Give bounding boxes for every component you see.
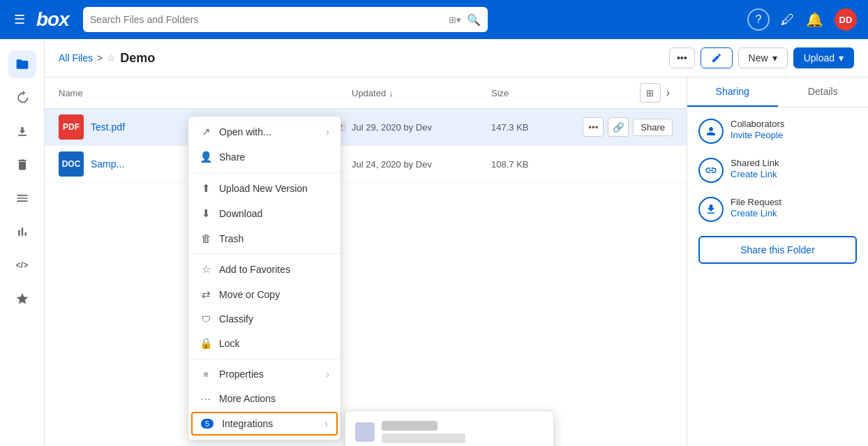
right-panel: Sharing Details Collaborators Invite Peo… [687, 77, 868, 446]
breadcrumb: All Files > ☆ Demo [59, 51, 155, 66]
shared-link-icon [698, 158, 724, 183]
open-with-icon: ↗ [200, 126, 212, 138]
new-arrow-icon: ▾ [772, 52, 777, 64]
search-bar[interactable]: ⊞▾ 🔍 [83, 7, 488, 32]
sidebar-item-downloads[interactable] [8, 117, 36, 145]
more-actions-icon: ··· [200, 392, 212, 404]
tab-details[interactable]: Details [778, 77, 869, 107]
sidebar-item-trash[interactable] [8, 151, 36, 179]
file-share-button[interactable]: Share [633, 119, 673, 136]
ctx-move-label: Move or Copy [219, 289, 280, 300]
ctx-classify[interactable]: 🛡 Classify [188, 307, 341, 331]
sort-arrow-icon: ↓ [389, 88, 394, 98]
breadcrumb-star[interactable]: ☆ [107, 52, 116, 64]
ctx-download-label: Download [219, 208, 262, 219]
blur-text-1a [382, 421, 437, 431]
trash-icon: 🗑 [200, 232, 212, 244]
search-input[interactable] [90, 14, 449, 25]
lock-icon: 🔒 [200, 337, 212, 350]
main-area: All Files > ☆ Demo ••• New ▾ Upload ▾ [45, 39, 868, 446]
ctx-more-actions[interactable]: ··· More Actions [188, 386, 341, 410]
ctx-classify-label: Classify [219, 313, 253, 325]
ctx-download[interactable]: ⬇ Download [188, 201, 341, 226]
collaborators-title: Collaborators [731, 119, 857, 129]
integrations-arrow-icon: › [324, 418, 328, 429]
ctx-properties-label: Properties [219, 369, 264, 380]
collaborators-text: Collaborators Invite People [731, 119, 857, 140]
submenu-icon-1 [355, 422, 375, 442]
ctx-add-to-favorites[interactable]: ☆ Add to Favorites [188, 257, 341, 282]
file-size: 108.7 KB [491, 159, 561, 170]
sidebar-item-dev[interactable]: </> [8, 251, 36, 279]
sidebar-item-tasks[interactable] [8, 184, 36, 212]
tasks-icon[interactable]: 🖊 [781, 12, 795, 28]
new-button[interactable]: New ▾ [738, 47, 788, 68]
file-request-text: File Request Create Link [731, 197, 857, 218]
ctx-open-with-label: Open with... [219, 126, 271, 137]
breadcrumb-all-files[interactable]: All Files [59, 52, 93, 64]
ctx-trash-label: Trash [219, 233, 244, 244]
file-updated: Jul 29, 2020 by Dev [352, 122, 491, 133]
file-row[interactable]: DOC Samp... Jul 24, 2020 by Dev 108.7 KB [45, 146, 687, 183]
avatar[interactable]: DD [835, 8, 857, 31]
shared-link-text: Shared Link Create Link [731, 158, 857, 179]
column-name: Name [59, 88, 352, 98]
help-icon[interactable]: ? [747, 8, 770, 31]
grid-view-button[interactable]: ⊞ [640, 83, 661, 103]
file-link-button[interactable]: 🔗 [608, 117, 629, 137]
favorites-icon: ☆ [200, 263, 212, 276]
header: ☰ box ⊞▾ 🔍 ? 🖊 🔔 DD [0, 0, 868, 39]
share-folder-button[interactable]: Share this Folder [698, 236, 857, 264]
panel-tabs: Sharing Details [687, 77, 868, 107]
file-icon-pdf: PDF [59, 114, 84, 140]
submenu-blur-item-1 [345, 414, 553, 446]
menu-icon[interactable]: ☰ [11, 9, 28, 30]
download-icon: ⬇ [200, 207, 212, 220]
create-file-request-link[interactable]: Create Link [731, 208, 777, 218]
ctx-upload-new-version[interactable]: ⬆ Upload New Version [188, 176, 341, 201]
file-row[interactable]: PDF Test.pdf v2 Jul 29, 2020 by Dev 147.… [45, 109, 687, 146]
file-row-actions: ••• 🔗 Share [561, 117, 673, 137]
sidebar-item-files[interactable] [8, 50, 36, 78]
ctx-lock-label: Lock [219, 338, 240, 349]
ctx-upload-label: Upload New Version [219, 183, 308, 194]
ctx-favorites-label: Add to Favorites [219, 264, 290, 275]
ctx-more-actions-label: More Actions [219, 393, 276, 404]
file-list-header: Name Updated ↓ Size ⊞ › [45, 77, 687, 109]
breadcrumb-separator: > [97, 52, 103, 64]
ctx-share[interactable]: 👤 Share [188, 144, 341, 170]
ctx-lock[interactable]: 🔒 Lock [188, 331, 341, 356]
file-more-button[interactable]: ••• [583, 117, 604, 137]
ctx-share-label: Share [219, 151, 245, 163]
column-view-toggle: ⊞ › [561, 83, 673, 103]
breadcrumb-current: Demo [120, 51, 155, 66]
file-list: Name Updated ↓ Size ⊞ › PDF [45, 77, 687, 446]
create-shared-link[interactable]: Create Link [731, 169, 777, 179]
view-toggle: ⊞ › [640, 83, 673, 103]
ctx-integrations[interactable]: 5 Integrations › [191, 412, 338, 436]
sidebar-item-recents[interactable] [8, 84, 36, 112]
tab-sharing[interactable]: Sharing [687, 77, 778, 107]
layout: </> All Files > ☆ Demo ••• New ▾ [0, 39, 868, 446]
notifications-icon[interactable]: 🔔 [806, 11, 823, 28]
file-size: 147.3 KB [491, 122, 561, 133]
annotate-button[interactable] [701, 47, 733, 68]
column-size: Size [491, 88, 561, 98]
integrations-badge: 5 [201, 419, 214, 429]
search-icon[interactable]: 🔍 [467, 13, 481, 27]
upload-button[interactable]: Upload ▾ [793, 47, 854, 68]
expand-button[interactable]: › [664, 87, 673, 99]
invite-people-link[interactable]: Invite People [731, 130, 783, 140]
ctx-open-with[interactable]: ↗ Open with... › [188, 119, 341, 144]
sidebar-item-analytics[interactable] [8, 218, 36, 246]
toolbar: All Files > ☆ Demo ••• New ▾ Upload ▾ [45, 39, 868, 77]
file-request-icon [698, 197, 724, 222]
ctx-trash[interactable]: 🗑 Trash [188, 226, 341, 251]
search-filter-icon[interactable]: ⊞▾ [449, 15, 461, 25]
sidebar-item-starred[interactable] [8, 285, 36, 313]
ctx-properties[interactable]: ≡ Properties › [188, 362, 341, 386]
properties-arrow-icon: › [326, 369, 329, 380]
more-options-button[interactable]: ••• [669, 47, 695, 68]
ctx-move-or-copy[interactable]: ⇄ Move or Copy [188, 282, 341, 307]
column-updated[interactable]: Updated ↓ [352, 88, 491, 98]
